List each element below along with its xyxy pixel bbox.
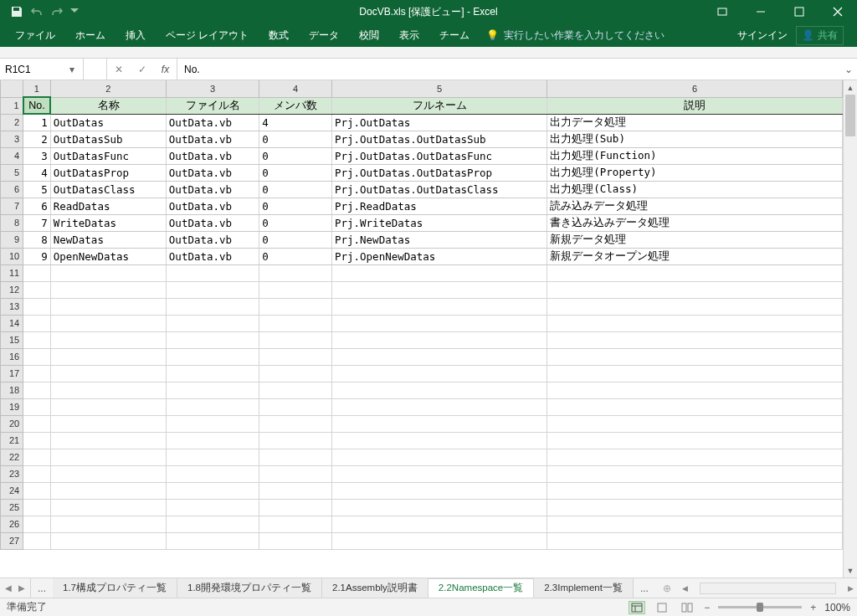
page-layout-view-icon[interactable] [654, 601, 670, 614]
cell[interactable] [259, 449, 332, 465]
cell[interactable] [331, 298, 547, 315]
cell[interactable]: OutData.vb [166, 198, 259, 214]
cell[interactable] [50, 415, 166, 432]
zoom-level[interactable]: 100% [824, 602, 850, 613]
cell[interactable] [331, 432, 547, 449]
cell[interactable] [50, 348, 166, 365]
cell[interactable] [547, 264, 843, 281]
cell[interactable]: 0 [259, 164, 332, 181]
cell[interactable]: OutDatasProp [50, 164, 166, 181]
cell[interactable] [259, 298, 332, 315]
close-icon[interactable] [819, 0, 857, 23]
header-cell[interactable]: フルネーム [331, 97, 547, 114]
cell[interactable] [50, 482, 166, 499]
row-header[interactable]: 21 [1, 432, 23, 449]
cell[interactable] [259, 382, 332, 398]
header-cell[interactable]: No. [23, 97, 51, 114]
cell[interactable]: WriteDatas [50, 214, 166, 231]
cell[interactable] [259, 415, 332, 432]
cell[interactable]: 0 [259, 248, 332, 264]
cell[interactable] [23, 331, 51, 348]
cell[interactable] [166, 398, 259, 415]
tab-review[interactable]: 校閲 [349, 23, 389, 47]
cell[interactable] [23, 398, 51, 415]
cell[interactable] [166, 348, 259, 365]
cell[interactable] [547, 499, 843, 516]
cell[interactable] [547, 432, 843, 449]
cell[interactable] [23, 415, 51, 432]
col-header[interactable]: 6 [547, 80, 843, 97]
row-header[interactable]: 13 [1, 298, 23, 315]
cell[interactable]: OutData.vb [166, 248, 259, 264]
tab-formulas[interactable]: 数式 [259, 23, 299, 47]
cell[interactable]: 2 [23, 131, 51, 147]
cell[interactable] [166, 281, 259, 298]
cell[interactable] [50, 365, 166, 382]
cell[interactable] [547, 398, 843, 415]
cell[interactable]: OutData.vb [166, 147, 259, 164]
cell[interactable] [166, 264, 259, 281]
row-header[interactable]: 4 [1, 147, 23, 164]
cell[interactable] [166, 298, 259, 315]
cell[interactable] [547, 281, 843, 298]
cell[interactable] [166, 415, 259, 432]
cell[interactable] [166, 315, 259, 331]
tab-insert[interactable]: 挿入 [115, 23, 156, 47]
cell[interactable] [259, 499, 332, 516]
cell[interactable]: 6 [23, 198, 51, 214]
row-header[interactable]: 18 [1, 382, 23, 398]
cell[interactable] [331, 516, 547, 532]
vertical-scrollbar[interactable]: ▲ ▼ [843, 80, 857, 578]
cell[interactable]: OpenNewDatas [50, 248, 166, 264]
redo-icon[interactable] [50, 5, 64, 18]
chevron-down-icon[interactable]: ▾ [66, 64, 78, 75]
row-header[interactable]: 19 [1, 398, 23, 415]
cell[interactable] [23, 348, 51, 365]
cell[interactable] [331, 331, 547, 348]
cell[interactable] [331, 398, 547, 415]
cell[interactable] [166, 382, 259, 398]
zoom-in-icon[interactable]: + [810, 602, 816, 613]
cell[interactable] [50, 315, 166, 331]
cell[interactable] [331, 264, 547, 281]
cell[interactable] [331, 365, 547, 382]
cell[interactable]: 出力処理(Function) [547, 147, 843, 164]
cell[interactable] [547, 365, 843, 382]
row-header[interactable]: 14 [1, 315, 23, 331]
row-header[interactable]: 23 [1, 465, 23, 482]
signin-link[interactable]: サインイン [737, 28, 788, 43]
cell[interactable] [50, 499, 166, 516]
cell[interactable]: 0 [259, 131, 332, 147]
sheet-tab[interactable]: 2.2Namespace一覧 [428, 578, 534, 598]
row-header[interactable]: 7 [1, 198, 23, 214]
cell[interactable]: OutDatasClass [50, 181, 166, 198]
cell[interactable] [23, 449, 51, 465]
cell[interactable] [259, 264, 332, 281]
cell[interactable]: 7 [23, 214, 51, 231]
cell[interactable] [547, 465, 843, 482]
hscroll-right-icon[interactable]: ▶ [848, 584, 854, 593]
cell[interactable]: Prj.OutDatas [331, 114, 547, 131]
cell[interactable]: OutData.vb [166, 181, 259, 198]
cell[interactable]: 新規データオープン処理 [547, 248, 843, 264]
cell[interactable] [547, 298, 843, 315]
cell[interactable] [50, 432, 166, 449]
cell[interactable]: 書き込み込みデータ処理 [547, 214, 843, 231]
col-header[interactable]: 2 [50, 80, 166, 97]
cell[interactable]: 1 [23, 114, 51, 131]
sheet-tab[interactable]: 2.1Assembly説明書 [322, 578, 428, 598]
add-sheet-icon[interactable]: ⊕ [655, 578, 679, 598]
cell[interactable]: 0 [259, 231, 332, 248]
cell[interactable] [50, 298, 166, 315]
cell[interactable] [23, 516, 51, 532]
row-header[interactable]: 11 [1, 264, 23, 281]
cell[interactable] [331, 482, 547, 499]
cell[interactable]: 新規データ処理 [547, 231, 843, 248]
cell[interactable]: 0 [259, 147, 332, 164]
row-header[interactable]: 22 [1, 449, 23, 465]
cell[interactable]: Prj.OpenNewDatas [331, 248, 547, 264]
cell[interactable] [23, 365, 51, 382]
sheet-overflow-right[interactable]: ... [634, 578, 655, 598]
header-cell[interactable]: 説明 [547, 97, 843, 114]
qat-customize-icon[interactable] [70, 5, 79, 18]
